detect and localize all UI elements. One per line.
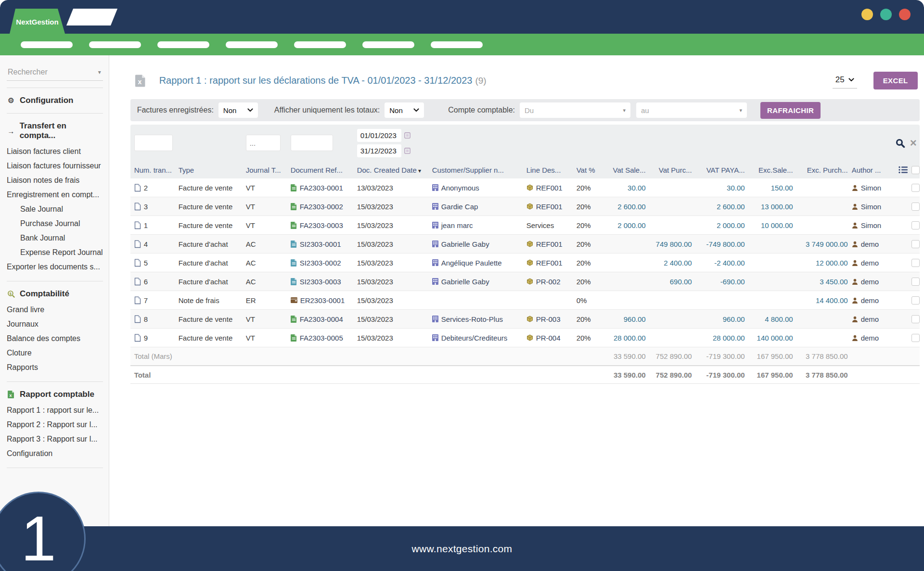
nav-menu-pill[interactable] xyxy=(21,41,73,48)
sidebar-item[interactable]: Rapport 3 : Rapport sur l... xyxy=(7,432,103,446)
column-header[interactable]: Exc. Purch... xyxy=(797,166,852,174)
search-icon[interactable] xyxy=(895,138,905,148)
column-header[interactable]: Document Ref... xyxy=(291,166,357,174)
sort-caret-icon: ▾ xyxy=(418,167,421,174)
excel-export-button[interactable]: EXCEL xyxy=(873,72,918,89)
sidebar-item[interactable]: Grand livre xyxy=(7,303,103,317)
table-row[interactable]: 6Facture d'achatACSI2303-000315/03/2023G… xyxy=(130,272,920,291)
column-header[interactable]: VAT PAYA... xyxy=(696,166,749,174)
sidebar-group-header[interactable]: ⚙Configuration xyxy=(7,95,103,106)
date-to-input[interactable] xyxy=(357,144,401,157)
row-checkbox[interactable] xyxy=(911,278,920,286)
building-icon xyxy=(432,241,438,247)
sidebar-item[interactable]: Cloture xyxy=(7,346,103,360)
column-header[interactable]: Line Des... xyxy=(526,166,577,174)
sidebar-item[interactable]: Expense Report Journal xyxy=(7,245,103,260)
sidebar-group: →Transfert en compta...Liaison factures … xyxy=(7,113,103,274)
sidebar-item[interactable]: Rapport 1 : rapport sur le... xyxy=(7,403,103,418)
table-row[interactable]: 7Note de fraisERER2303-000115/03/20230%1… xyxy=(130,291,920,310)
row-checkbox[interactable] xyxy=(911,184,920,192)
divider xyxy=(7,281,103,281)
sidebar-item[interactable]: Purchase Journal xyxy=(7,216,103,231)
close-button[interactable] xyxy=(899,9,911,20)
page-size-select[interactable]: 25 xyxy=(833,73,857,89)
nav-menu-pill[interactable] xyxy=(431,41,483,48)
sidebar-item[interactable]: Liaison factures client xyxy=(7,144,103,159)
sidebar-item[interactable]: Bank Journal xyxy=(7,231,103,245)
sidebar-group-header[interactable]: xRapport comptable xyxy=(7,389,103,400)
calendar-icon[interactable] xyxy=(404,132,411,139)
column-header[interactable]: Author ... xyxy=(852,166,895,174)
column-header[interactable]: Type xyxy=(179,166,246,174)
table-row[interactable]: 5Facture d'achatACSI2303-000215/03/2023A… xyxy=(130,254,920,272)
sidebar-item[interactable]: Balance des comptes xyxy=(7,331,103,346)
sidebar-item[interactable]: Rapport 2 : Rapport sur l... xyxy=(7,418,103,432)
journal-filter-input[interactable] xyxy=(246,135,281,151)
table-row[interactable]: 1Facture de venteVTFA2303-000315/03/2023… xyxy=(130,216,920,235)
sidebar-group-header[interactable]: →Transfert en compta... xyxy=(7,120,103,141)
cell-vat-sale: 2 600.00 xyxy=(603,203,650,211)
row-checkbox[interactable] xyxy=(911,221,920,229)
sidebar-item[interactable]: Liaison notes de frais xyxy=(7,173,103,188)
invoice-green-icon xyxy=(291,222,297,229)
column-header[interactable]: Vat % xyxy=(577,166,603,174)
column-header[interactable]: Doc. Created Date▾ xyxy=(357,166,432,174)
registered-filter-select[interactable]: Non xyxy=(218,102,258,118)
table-row[interactable]: 8Facture de venteVTFA2303-000415/03/2023… xyxy=(130,310,920,329)
calendar-icon[interactable] xyxy=(404,148,411,154)
nav-menu-pill[interactable] xyxy=(157,41,209,48)
sidebar-item[interactable]: Journaux xyxy=(7,317,103,331)
cell-num: 6 xyxy=(130,278,179,286)
list-view-icon[interactable] xyxy=(895,166,911,174)
column-header[interactable]: Customer/Supplier n... xyxy=(432,166,526,174)
clear-filters-icon[interactable]: × xyxy=(910,137,917,149)
cell-journal: AC xyxy=(246,240,291,248)
cell-vat-payable: 2 000.00 xyxy=(696,221,749,229)
table-row[interactable]: 4Facture d'achatACSI2303-000115/03/2023G… xyxy=(130,235,920,254)
column-header[interactable]: Journal T... xyxy=(246,166,291,174)
nav-menu-pill[interactable] xyxy=(294,41,346,48)
sidebar-group-header[interactable]: $Comptabilité xyxy=(7,288,103,300)
select-all-checkbox[interactable] xyxy=(911,166,920,174)
row-checkbox[interactable] xyxy=(911,334,920,342)
account-to-select[interactable]: au ▾ xyxy=(636,102,747,118)
sidebar-item[interactable]: Rapports xyxy=(7,360,103,375)
maximize-button[interactable] xyxy=(880,9,892,20)
minimize-button[interactable] xyxy=(861,9,873,20)
column-header[interactable]: Vat Sale... xyxy=(603,166,650,174)
row-checkbox[interactable] xyxy=(911,296,920,305)
person-icon xyxy=(852,335,858,341)
column-header[interactable]: Vat Purc... xyxy=(650,166,696,174)
cell-vat-payable: -2 400.00 xyxy=(696,259,749,267)
nav-menu-pill[interactable] xyxy=(89,41,141,48)
cell-line-desc: PR-004 xyxy=(526,334,577,342)
nav-menu-pill[interactable] xyxy=(226,41,278,48)
row-checkbox[interactable] xyxy=(911,315,920,323)
sidebar-item[interactable]: Exporter les documents s... xyxy=(7,260,103,274)
table-row[interactable]: 2Facture de venteVTFA2303-000113/03/2023… xyxy=(130,178,920,197)
table-row[interactable]: 3Facture de venteVTFA2303-000215/03/2023… xyxy=(130,197,920,216)
num-filter-input[interactable] xyxy=(134,135,173,151)
row-checkbox[interactable] xyxy=(911,259,920,267)
sidebar-item[interactable]: Liaison factures fournisseur xyxy=(7,159,103,173)
totals-only-filter-select[interactable]: Non xyxy=(385,102,424,118)
total-vat-purchase: 752 890.00 xyxy=(650,371,696,379)
sidebar-item[interactable]: Sale Journal xyxy=(7,202,103,216)
account-from-select[interactable]: Du ▾ xyxy=(520,102,630,118)
refresh-button[interactable]: RAFRAICHIR xyxy=(760,102,821,119)
column-header[interactable]: Exc.Sale... xyxy=(749,166,797,174)
sidebar-item[interactable]: Enregistrement en compt... xyxy=(7,188,103,202)
column-header[interactable]: Num. tran... xyxy=(130,166,179,174)
table-row[interactable]: 9Facture de venteVTFA2303-000515/03/2023… xyxy=(130,329,920,347)
sidebar-group-label: Configuration xyxy=(20,96,73,105)
secondary-tab[interactable] xyxy=(66,9,117,25)
date-from-input[interactable] xyxy=(357,129,401,142)
row-checkbox[interactable] xyxy=(911,203,920,211)
cell-author: demo xyxy=(852,334,895,342)
row-checkbox[interactable] xyxy=(911,240,920,248)
sidebar-search-select[interactable]: Rechercher ▾ xyxy=(7,65,103,81)
document-ref-filter-input[interactable] xyxy=(291,135,333,151)
nav-menu-pill[interactable] xyxy=(362,41,414,48)
sidebar-item[interactable]: Configuration xyxy=(7,446,103,461)
brand-tab[interactable]: NextGestion xyxy=(10,9,65,34)
